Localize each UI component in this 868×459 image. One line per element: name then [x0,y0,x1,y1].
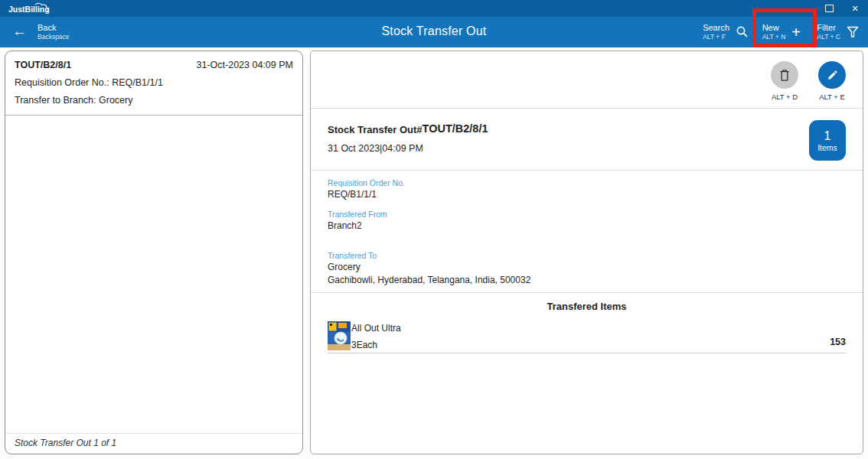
new-label: New [762,22,786,33]
divider [311,292,863,293]
detail-action-bar: ALT + D ALT + E [311,51,863,108]
field-label: Requisition Order No. [328,178,846,187]
search-button[interactable]: Search ALT + F [703,22,749,41]
app-window: JustBilling ✕ ← Back Backspace Stock Tra… [0,0,868,459]
close-button[interactable]: ✕ [842,0,868,17]
detail-fields: Requisition Order No. REQ/B1/1/1 Transfe… [311,171,863,285]
field-transfered-from: Transfered From Branch2 [328,210,846,232]
list-pagination-status: Stock Transfer Out 1 of 1 [5,433,302,454]
filter-label: Filter [817,22,840,33]
items-count: 1 [824,129,831,143]
field-value: Grocery [328,262,846,273]
maximize-button[interactable] [816,0,842,17]
field-address: Gachibowli, Hyderabad, Telangana, India,… [328,275,846,286]
transfered-item-row: All Out Ultra 3Each 153 [328,321,846,353]
field-label: Transfered From [328,210,846,219]
filter-shortcut: ALT + C [817,33,840,41]
maximize-icon [825,5,834,12]
detail-title-id: TOUT/B2/8/1 [423,122,488,135]
window-controls: ✕ [790,0,868,17]
list-item-transfer[interactable]: TOUT/B2/8/1 31-Oct-2023 04:09 PM Requisi… [5,51,302,116]
close-icon: ✕ [851,4,858,14]
trash-icon [771,61,798,89]
field-value: REQ/B1/1/1 [328,189,846,200]
minimize-button[interactable] [790,0,816,17]
new-shortcut: ALT + N [762,33,786,41]
edit-shortcut: ALT + E [819,93,845,101]
search-shortcut: ALT + F [703,33,729,41]
justbilling-logo-graphic: JustBilling [8,2,66,15]
logo-text: JustBilling [8,4,50,13]
new-button[interactable]: New ALT + N + [762,22,801,41]
detail-header: Stock Transfer Out#TOUT/B2/8/1 31 Oct 20… [311,109,863,170]
items-count-label: Items [817,143,837,153]
transfer-id: TOUT/B2/8/1 [15,60,71,70]
field-label: Transfered To [328,251,846,260]
field-requisition-order-no: Requisition Order No. REQ/B1/1/1 [328,178,846,200]
delete-shortcut: ALT + D [772,93,798,101]
search-label: Search [703,22,729,33]
plus-icon: + [791,24,801,41]
justbilling-logo: JustBilling [8,2,66,15]
detail-title-prefix: Stock Transfer Out# [328,124,423,135]
titlebar: JustBilling ✕ [0,0,868,17]
transfer-requisition-line: Requisition Order No.: REQ/B1/1/1 [15,77,293,88]
filter-icon [847,26,859,38]
transfer-datetime: 31-Oct-2023 04:09 PM [197,60,293,70]
search-icon [736,25,749,38]
edit-button[interactable]: ALT + E [818,61,846,101]
navbar: ← Back Backspace Stock Transfer Out Sear… [0,17,868,47]
items-count-badge: 1 Items [809,120,846,161]
item-amount: 153 [830,337,846,347]
detail-title: Stock Transfer Out#TOUT/B2/8/1 [328,123,488,135]
product-image [328,321,351,350]
minimize-icon [799,8,807,9]
transfered-items-title: Transfered Items [311,301,863,312]
field-value: Branch2 [328,220,846,232]
transfer-detail-panel: ALT + D ALT + E Stock Transfer Out#TOUT/… [310,50,863,454]
item-info: All Out Ultra 3Each [351,321,830,350]
field-transfered-to: Transfered To Grocery Gachibowli, Hydera… [328,251,846,285]
item-quantity: 3Each [351,340,830,350]
detail-datetime: 31 Oct 2023|04:09 PM [328,143,488,154]
delete-button[interactable]: ALT + D [771,61,798,101]
pencil-icon [818,61,846,89]
filter-button[interactable]: Filter ALT + C [817,22,859,41]
transfer-branch-line: Transfer to Branch: Grocery [15,95,293,106]
item-name: All Out Ultra [351,323,830,334]
transfer-list-panel: TOUT/B2/8/1 31-Oct-2023 04:09 PM Requisi… [5,50,303,454]
